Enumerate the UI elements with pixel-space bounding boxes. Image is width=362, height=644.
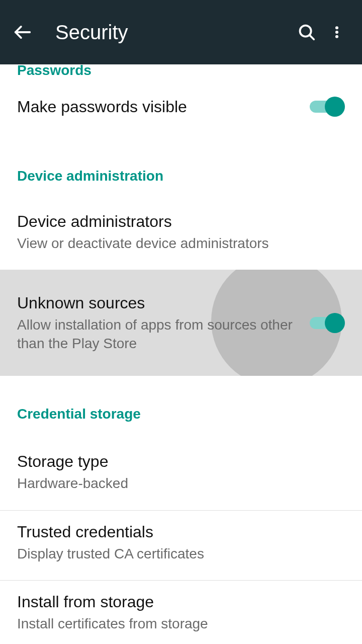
search-button[interactable] [292,17,322,47]
setting-subtitle: View or deactivate device administrators [17,234,345,253]
setting-text: Install from storage Install certificate… [17,592,345,633]
section-header-device-administration: Device administration [0,132,362,200]
setting-title: Storage type [17,451,345,471]
toggle-unknown-sources[interactable] [310,313,345,333]
setting-trusted-credentials[interactable]: Trusted credentials Display trusted CA c… [0,511,362,580]
setting-text: Make passwords visible [17,97,300,117]
setting-text: Device administrators View or deactivate… [17,211,345,253]
toggle-make-passwords-visible[interactable] [310,97,345,117]
svg-line-2 [310,35,314,40]
svg-point-4 [335,31,338,34]
setting-subtitle: Display trusted CA certificates [17,545,345,563]
svg-point-3 [335,26,338,29]
section-header-passwords: Passwords [0,64,362,85]
setting-title: Make passwords visible [17,97,300,117]
settings-content: Passwords Make passwords visible Device … [0,64,362,644]
setting-subtitle: Allow installation of apps from sources … [17,316,300,353]
setting-text: Storage type Hardware-backed [17,451,345,493]
setting-title: Install from storage [17,592,345,612]
app-bar: Security [0,0,362,64]
section-header-credential-storage: Credential storage [0,376,362,440]
setting-title: Device administrators [17,211,345,231]
setting-text: Unknown sources Allow installation of ap… [17,293,300,353]
back-button[interactable] [10,20,35,45]
setting-unknown-sources[interactable]: Unknown sources Allow installation of ap… [0,270,362,376]
search-icon [297,23,316,42]
toggle-thumb [325,313,345,333]
setting-text: Trusted credentials Display trusted CA c… [17,522,345,563]
toggle-thumb [325,97,345,117]
setting-title: Trusted credentials [17,522,345,542]
setting-subtitle: Hardware-backed [17,474,345,493]
setting-install-from-storage[interactable]: Install from storage Install certificate… [0,581,362,644]
setting-subtitle: Install certificates from storage [17,615,345,633]
overflow-menu-button[interactable] [322,17,352,47]
svg-point-5 [335,35,338,38]
page-title: Security [55,21,292,44]
setting-title: Unknown sources [17,293,300,313]
setting-device-administrators[interactable]: Device administrators View or deactivate… [0,200,362,270]
setting-make-passwords-visible[interactable]: Make passwords visible [0,85,362,132]
arrow-back-icon [13,23,32,42]
more-vert-icon [330,22,344,42]
setting-storage-type[interactable]: Storage type Hardware-backed [0,440,362,510]
